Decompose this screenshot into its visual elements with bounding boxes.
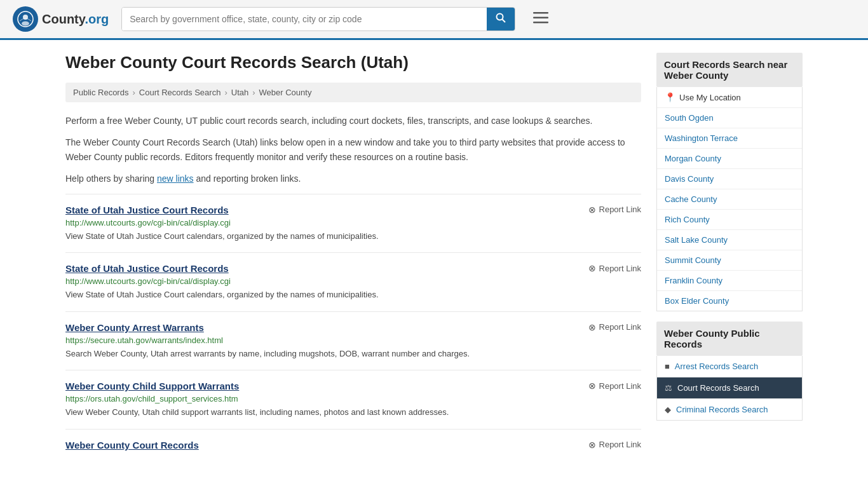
record-item: Weber County Court Records ⊗ Report Link bbox=[65, 429, 641, 463]
search-input[interactable] bbox=[122, 8, 487, 30]
sidebar-item-salt-lake-county[interactable]: Salt Lake County bbox=[657, 230, 802, 250]
report-link-button[interactable]: ⊗ Report Link bbox=[588, 322, 641, 332]
record-title[interactable]: Weber County Child Support Warrants bbox=[65, 381, 239, 391]
svg-rect-5 bbox=[533, 12, 548, 14]
sidebar-pr-arrest[interactable]: ■ Arrest Records Search bbox=[657, 356, 802, 377]
record-url[interactable]: https://ors.utah.gov/child_support_servi… bbox=[65, 394, 641, 403]
report-link-button[interactable]: ⊗ Report Link bbox=[588, 205, 641, 215]
location-icon: 📍 bbox=[665, 92, 675, 102]
breadcrumb-sep-1: › bbox=[132, 88, 135, 97]
new-links-link[interactable]: new links bbox=[157, 173, 194, 184]
menu-button[interactable] bbox=[533, 11, 548, 27]
logo-icon bbox=[13, 6, 38, 32]
report-icon: ⊗ bbox=[588, 322, 596, 332]
report-link-label: Report Link bbox=[599, 264, 641, 273]
report-link-label: Report Link bbox=[599, 440, 641, 449]
record-item: Weber County Child Support Warrants ⊗ Re… bbox=[65, 370, 641, 429]
logo-text: County.org bbox=[42, 12, 109, 27]
criminal-icon: ◆ bbox=[665, 405, 671, 414]
record-desc: View Weber County, Utah child support wa… bbox=[65, 406, 641, 419]
report-icon: ⊗ bbox=[588, 263, 596, 273]
report-link-button[interactable]: ⊗ Report Link bbox=[588, 440, 641, 450]
search-bar bbox=[121, 7, 515, 31]
record-header: State of Utah Justice Court Records ⊗ Re… bbox=[65, 263, 641, 274]
breadcrumb-sep-3: › bbox=[252, 88, 255, 97]
page-title: Weber County Court Records Search (Utah) bbox=[65, 53, 641, 72]
record-item: State of Utah Justice Court Records ⊗ Re… bbox=[65, 194, 641, 253]
record-url[interactable]: http://www.utcourts.gov/cgi-bin/cal/disp… bbox=[65, 276, 641, 286]
record-header: Weber County Child Support Warrants ⊗ Re… bbox=[65, 381, 641, 391]
report-link-label: Report Link bbox=[599, 381, 641, 391]
svg-rect-7 bbox=[533, 22, 548, 24]
sidebar-pr-criminal[interactable]: ◆ Criminal Records Search bbox=[657, 399, 802, 420]
record-item: State of Utah Justice Court Records ⊗ Re… bbox=[65, 252, 641, 311]
record-desc: View State of Utah Justice Court calenda… bbox=[65, 230, 641, 243]
report-icon: ⊗ bbox=[588, 440, 596, 450]
sidebar-item-franklin-county[interactable]: Franklin County bbox=[657, 271, 802, 291]
breadcrumb-public-records[interactable]: Public Records bbox=[73, 88, 128, 97]
record-header: Weber County Arrest Warrants ⊗ Report Li… bbox=[65, 322, 641, 333]
report-icon: ⊗ bbox=[588, 381, 596, 391]
sidebar-public-records-list: ■ Arrest Records Search ⚖ Court Records … bbox=[656, 356, 803, 421]
sidebar-nearby-section: Court Records Search near Weber County 📍… bbox=[656, 53, 803, 311]
sidebar-public-records-section: Weber County Public Records ■ Arrest Rec… bbox=[656, 322, 803, 421]
record-desc: View State of Utah Justice Court calenda… bbox=[65, 288, 641, 301]
breadcrumb-utah[interactable]: Utah bbox=[231, 88, 248, 97]
sidebar-use-location[interactable]: 📍 Use My Location bbox=[657, 87, 802, 108]
svg-line-4 bbox=[503, 20, 506, 23]
record-header: State of Utah Justice Court Records ⊗ Re… bbox=[65, 205, 641, 215]
record-desc: Search Weber County, Utah arrest warrant… bbox=[65, 348, 641, 360]
description-p1: Perform a free Weber County, UT public c… bbox=[65, 114, 641, 128]
sidebar-item-box-elder-county[interactable]: Box Elder County bbox=[657, 291, 802, 311]
report-link-button[interactable]: ⊗ Report Link bbox=[588, 263, 641, 273]
sidebar-nearby-header: Court Records Search near Weber County bbox=[656, 53, 803, 87]
record-header: Weber County Court Records ⊗ Report Link bbox=[65, 440, 641, 451]
svg-point-3 bbox=[497, 14, 503, 20]
report-link-label: Report Link bbox=[599, 205, 641, 214]
sidebar-item-morgan-county[interactable]: Morgan County bbox=[657, 149, 802, 169]
sidebar-item-rich-county[interactable]: Rich County bbox=[657, 210, 802, 230]
sidebar-public-records-header: Weber County Public Records bbox=[656, 322, 803, 356]
record-title[interactable]: Weber County Arrest Warrants bbox=[65, 322, 204, 333]
report-link-label: Report Link bbox=[599, 322, 641, 332]
sidebar-item-south-ogden[interactable]: South Ogden bbox=[657, 108, 802, 128]
content-area: Weber County Court Records Search (Utah)… bbox=[65, 53, 641, 463]
record-url[interactable]: http://www.utcourts.gov/cgi-bin/cal/disp… bbox=[65, 218, 641, 227]
breadcrumb-sep-2: › bbox=[224, 88, 227, 97]
search-button[interactable] bbox=[487, 8, 515, 30]
sidebar-item-davis-county[interactable]: Davis County bbox=[657, 169, 802, 189]
breadcrumb-court-records[interactable]: Court Records Search bbox=[139, 88, 221, 97]
record-url[interactable]: https://secure.utah.gov/warrants/index.h… bbox=[65, 336, 641, 345]
sidebar-nearby-list: 📍 Use My Location South Ogden Washington… bbox=[656, 87, 803, 311]
records-list: State of Utah Justice Court Records ⊗ Re… bbox=[65, 194, 641, 463]
svg-point-2 bbox=[22, 22, 29, 26]
breadcrumb-weber-county: Weber County bbox=[259, 88, 312, 97]
main-container: Weber County Court Records Search (Utah)… bbox=[53, 40, 815, 476]
description-p3: Help others by sharing new links and rep… bbox=[65, 172, 641, 186]
record-title[interactable]: State of Utah Justice Court Records bbox=[65, 205, 229, 215]
record-title[interactable]: Weber County Court Records bbox=[65, 440, 199, 451]
court-icon: ⚖ bbox=[665, 383, 672, 393]
record-title[interactable]: State of Utah Justice Court Records bbox=[65, 263, 229, 274]
sidebar-item-summit-county[interactable]: Summit County bbox=[657, 250, 802, 271]
sidebar-item-washington-terrace[interactable]: Washington Terrace bbox=[657, 128, 802, 149]
logo-link[interactable]: County.org bbox=[13, 6, 109, 32]
report-link-button[interactable]: ⊗ Report Link bbox=[588, 381, 641, 391]
header: County.org bbox=[0, 0, 868, 40]
report-icon: ⊗ bbox=[588, 205, 596, 215]
sidebar-pr-court[interactable]: ⚖ Court Records Search bbox=[657, 377, 802, 399]
sidebar: Court Records Search near Weber County 📍… bbox=[656, 53, 803, 463]
arrest-icon: ■ bbox=[665, 362, 670, 371]
record-item: Weber County Arrest Warrants ⊗ Report Li… bbox=[65, 311, 641, 370]
description-p2: The Weber County Court Records Search (U… bbox=[65, 135, 641, 164]
sidebar-item-cache-county[interactable]: Cache County bbox=[657, 189, 802, 210]
svg-rect-6 bbox=[533, 17, 548, 19]
use-location-link[interactable]: 📍 Use My Location bbox=[657, 87, 802, 107]
breadcrumb: Public Records › Court Records Search › … bbox=[65, 83, 641, 102]
